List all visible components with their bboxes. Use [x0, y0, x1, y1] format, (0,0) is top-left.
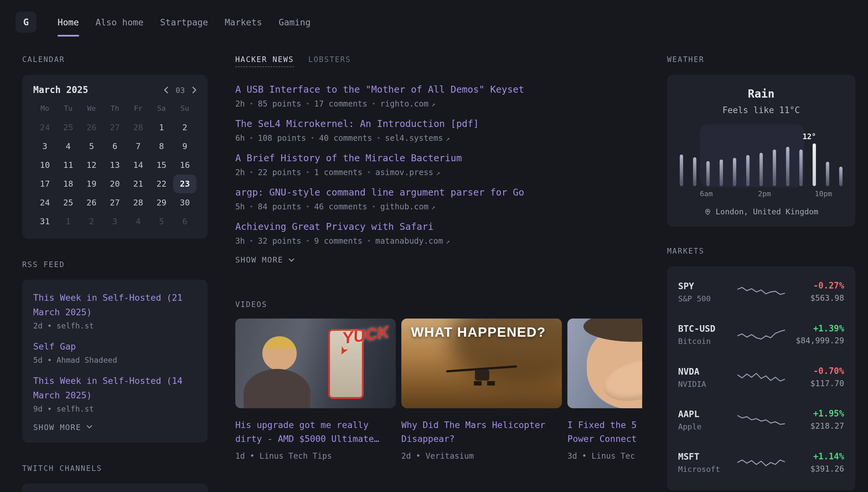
news-tab-hacker-news[interactable]: HACKER NEWS: [235, 55, 294, 67]
calendar-day: 31: [33, 212, 57, 231]
news-meta-part: 32 points: [258, 237, 301, 245]
calendar-day: 6: [173, 212, 197, 231]
chevron-right-icon[interactable]: [192, 87, 196, 94]
rss-item-list: This Week in Self-Hosted (21 March 2025)…: [33, 291, 197, 413]
market-price-block: +1.95%$218.27: [785, 409, 844, 430]
rss-item-title[interactable]: Self Gap: [33, 339, 197, 354]
calendar-day-grid: 2425262728123456789101112131415161718192…: [33, 118, 197, 231]
nav-tab-also-home[interactable]: Also home: [96, 0, 144, 44]
video-card[interactable]: WHAT HAPPENED?Why Did The Mars Helicopte…: [401, 319, 562, 460]
rss-item-meta: 2d • selfh.st: [33, 321, 197, 330]
nav-tab-markets[interactable]: Markets: [225, 0, 262, 44]
separator-dot: •: [377, 134, 380, 142]
rss-item-title[interactable]: This Week in Self-Hosted (21 March 2025): [33, 291, 197, 320]
nav-tab-home[interactable]: Home: [58, 0, 79, 44]
market-row-spy[interactable]: SPYS&P 500-0.27%$563.98: [678, 270, 844, 313]
rss-item-title[interactable]: This Week in Self-Hosted (14 March 2025): [33, 374, 197, 402]
weather-feels-like: Feels like 11°C: [678, 105, 844, 115]
weather-bar: [733, 158, 736, 186]
calendar-day: 25: [57, 118, 80, 137]
market-row-msft[interactable]: MSFTMicrosoft+1.14%$391.26: [678, 441, 844, 484]
twitch-section-label: TWITCH CHANNELS: [22, 463, 208, 472]
separator-dot: •: [306, 169, 310, 176]
external-link-icon: ↗: [446, 134, 450, 143]
video-meta: 3d • Linus Tec: [568, 451, 642, 460]
market-price-block: +1.39%$84,999.29: [785, 323, 844, 345]
news-source-link[interactable]: asimov.press↗: [375, 168, 440, 177]
separator-dot: •: [249, 237, 254, 245]
nav-tab-gaming[interactable]: Gaming: [279, 0, 311, 44]
news-meta-part: 1 comments: [314, 168, 363, 177]
weather-bar: [813, 144, 816, 186]
video-meta: 2d • Veritasium: [401, 451, 562, 460]
weather-section-label: WEATHER: [667, 55, 855, 64]
separator-dot: •: [249, 203, 254, 211]
rss-item-meta: 5d • Ahmad Shadeed: [33, 355, 197, 364]
news-item-title[interactable]: argp: GNU-style command line argument pa…: [235, 187, 642, 198]
news-item-title[interactable]: A USB Interface to the "Mother of All De…: [235, 84, 642, 95]
calendar-page-indicator: 03: [176, 86, 185, 95]
market-ticker: NVDA: [678, 366, 737, 376]
thumbnail-art: [263, 336, 297, 371]
news-meta-part: 40 comments: [319, 133, 372, 143]
video-card[interactable]: YUCK➤His upgrade got me really dirty - A…: [235, 319, 396, 460]
news-item-title[interactable]: A Brief History of the Miracle Bacterium: [235, 152, 642, 164]
video-title[interactable]: Why Did The Mars Helicopter Disappear?: [401, 419, 562, 446]
weather-bar: [773, 150, 776, 186]
right-column: WEATHER Rain Feels like 11°C 12° 6am2pm1…: [667, 55, 855, 490]
weather-bar: [720, 159, 723, 186]
calendar-day: 30: [173, 193, 197, 212]
news-item-meta: 3h•32 points•9 comments•matanabudy.com↗: [235, 237, 642, 245]
news-source-link[interactable]: sel4.systems↗: [385, 133, 450, 143]
calendar-day: 10: [33, 156, 57, 174]
news-source-link[interactable]: matanabudy.com↗: [375, 237, 450, 245]
news-item-title[interactable]: The SeL4 Microkernel: An Introduction [p…: [235, 118, 642, 129]
market-sparkline: [737, 454, 785, 471]
market-change: -0.27%: [785, 281, 844, 291]
weather-bar: [706, 161, 710, 186]
external-link-icon: ↗: [431, 100, 435, 108]
calendar-section-label: CALENDAR: [22, 55, 208, 64]
video-title[interactable]: I Fixed the 5 Power Connect: [568, 419, 642, 446]
market-symbol-block: BTC-USDBitcoin: [678, 323, 737, 345]
video-title[interactable]: His upgrade got me really dirty - AMD $5…: [235, 419, 396, 446]
separator-dot: •: [367, 237, 371, 245]
video-card[interactable]: DO TH TOI Fixed the 5 Power Connect3d • …: [568, 319, 642, 460]
market-price: $84,999.29: [785, 336, 844, 345]
calendar-day: 28: [127, 118, 150, 137]
news-meta-part: 46 comments: [314, 202, 367, 211]
market-price: $391.26: [785, 464, 844, 473]
calendar-nav: 03: [164, 86, 196, 95]
market-row-nvda[interactable]: NVDANVIDIA-0.70%$117.70: [678, 355, 844, 398]
calendar-day-selected: 23: [173, 174, 197, 193]
chevron-down-icon: [86, 425, 92, 429]
news-tab-lobsters[interactable]: LOBSTERS: [308, 55, 351, 66]
dashboard-columns: CALENDAR March 2025 03 MoTuWeThFrSaSu: [0, 44, 868, 492]
weather-bars: [678, 129, 844, 186]
news-source-link[interactable]: github.com↗: [380, 202, 435, 211]
calendar-day: 7: [127, 137, 150, 156]
market-row-btc-usd[interactable]: BTC-USDBitcoin+1.39%$84,999.29: [678, 313, 844, 355]
separator-dot: •: [372, 203, 376, 211]
market-change: +1.95%: [785, 409, 844, 419]
news-show-more-button[interactable]: SHOW MORE: [235, 255, 642, 264]
news-item-title[interactable]: Achieving Great Privacy with Safari: [235, 221, 642, 232]
rss-show-more-button[interactable]: SHOW MORE: [33, 422, 197, 431]
news-source-link[interactable]: righto.com↗: [380, 99, 435, 108]
market-ticker: BTC-USD: [678, 323, 737, 334]
market-symbol-block: MSFTMicrosoft: [678, 451, 737, 473]
market-name: S&P 500: [678, 294, 737, 303]
calendar-day: 1: [57, 212, 80, 231]
calendar-day: 26: [80, 118, 103, 137]
nav-tab-startpage[interactable]: Startpage: [160, 0, 208, 44]
market-row-aapl[interactable]: AAPLApple+1.95%$218.27: [678, 398, 844, 441]
chevron-left-icon[interactable]: [164, 87, 168, 94]
videos-row: YUCK➤His upgrade got me really dirty - A…: [235, 319, 642, 460]
news-meta-part: 5h: [235, 202, 245, 211]
market-price: $117.70: [785, 379, 844, 388]
market-ticker: AAPL: [678, 409, 737, 419]
calendar-day: 13: [103, 156, 127, 174]
news-item-meta: 2h•22 points•1 comments•asimov.press↗: [235, 168, 642, 177]
calendar-day: 2: [80, 212, 103, 231]
calendar-day: 2: [173, 118, 197, 137]
